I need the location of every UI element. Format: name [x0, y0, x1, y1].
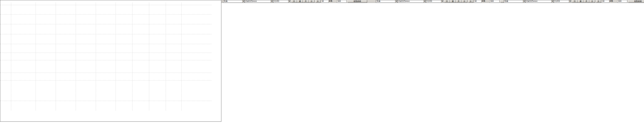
chevron-down-icon[interactable]: ▼ — [569, 0, 571, 2]
toolbar-button-複数銘柄[interactable]: 複数銘柄 — [628, 0, 644, 3]
symbol-dropdown-0[interactable]: 先物▼ — [504, 0, 526, 3]
toolbar-button-週[interactable]: 週 — [297, 0, 303, 3]
chevron-down-icon[interactable]: ▼ — [523, 0, 525, 2]
application-toolbar: 先物▼日経225mini▼11/03▼日週月分分30本数300複数銘柄先物▼日経… — [221, 0, 644, 3]
toolbar-button-月[interactable]: 月 — [303, 0, 309, 3]
chart-canvas-1 — [0, 0, 221, 122]
symbol-dropdown-2[interactable]: 11/03▼ — [554, 0, 571, 3]
symbol-dropdown-1[interactable]: 日経225mini▼ — [245, 0, 273, 3]
symbol-dropdown-2[interactable]: 11/03▼ — [426, 0, 444, 3]
chevron-down-icon[interactable]: ▼ — [551, 0, 554, 2]
toolbar-button-複数銘柄[interactable]: 複数銘柄 — [348, 0, 367, 3]
toolbar-button-分[interactable]: 分 — [596, 0, 601, 3]
symbol-dropdown-0[interactable]: 先物▼ — [223, 0, 245, 3]
chevron-down-icon[interactable]: ▼ — [395, 0, 398, 2]
symbol-dropdown-1[interactable]: 日経225mini▼ — [398, 0, 426, 3]
chevron-down-icon[interactable]: ▼ — [242, 0, 244, 2]
trading-app-workspace: 先物▼日経225mini▼11/03▼日週月分分30本数300複数銘柄先物▼日経… — [0, 0, 644, 140]
toolbar-button-日[interactable]: 日 — [444, 0, 450, 3]
toolbar-button-月[interactable]: 月 — [456, 0, 462, 3]
toolbar-button-月[interactable]: 月 — [584, 0, 589, 3]
toolbar-label: 本数 — [329, 0, 336, 2]
toolbar-button-分[interactable]: 分 — [315, 0, 320, 3]
toolbar-label: 本数 — [609, 0, 616, 2]
toolbar-button-週[interactable]: 週 — [578, 0, 584, 3]
toolbar-field-8[interactable]: 30 — [321, 0, 329, 3]
toolbar-button-分[interactable]: 分 — [468, 0, 473, 3]
chevron-down-icon[interactable]: ▼ — [271, 0, 273, 2]
toolbar-field-8[interactable]: 30 — [602, 0, 609, 3]
toolbar-field-8[interactable]: 30 — [474, 0, 482, 3]
toolbar-field-10[interactable]: 300 — [336, 0, 347, 3]
toolbar-field-10[interactable]: 300 — [490, 0, 500, 3]
toolbar-button-日[interactable]: 日 — [572, 0, 578, 3]
chevron-down-icon[interactable]: ▼ — [288, 0, 290, 2]
toolbar-label: 本数 — [482, 0, 489, 2]
symbol-dropdown-0[interactable]: 先物▼ — [376, 0, 398, 3]
toolbar-field-10[interactable]: 300 — [617, 0, 627, 3]
symbol-dropdown-2[interactable]: 11/03▼ — [273, 0, 291, 3]
chevron-down-icon[interactable]: ▼ — [424, 0, 426, 2]
toolbar-button-分[interactable]: 分 — [462, 0, 467, 3]
chevron-down-icon[interactable]: ▼ — [441, 0, 443, 2]
toolbar-button-分[interactable]: 分 — [309, 0, 314, 3]
symbol-dropdown-1[interactable]: 日経225mini▼ — [526, 0, 554, 3]
toolbar-button-週[interactable]: 週 — [450, 0, 456, 3]
toolbar-button-日[interactable]: 日 — [291, 0, 297, 3]
chart-window-1 — [0, 0, 221, 122]
toolbar-button-分[interactable]: 分 — [589, 0, 595, 3]
